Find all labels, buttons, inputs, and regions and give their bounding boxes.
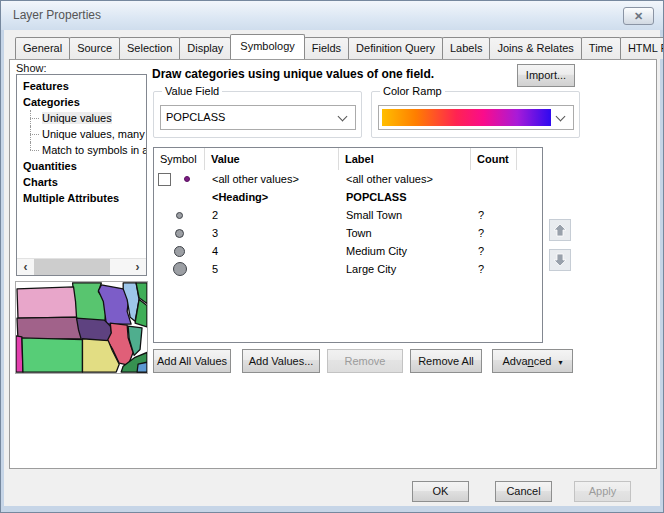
- row-count: ?: [471, 263, 517, 275]
- table-header-row: Symbol Value Label Count: [154, 148, 542, 170]
- row-label[interactable]: Large City: [339, 263, 471, 275]
- chevron-down-icon: [556, 112, 566, 122]
- row-value: <all other values>: [205, 173, 339, 185]
- show-tree: Features Categories Unique values Unique…: [17, 75, 146, 206]
- tree-item-unique-values-many[interactable]: Unique values, many: [17, 126, 146, 142]
- move-down-button[interactable]: [549, 249, 571, 271]
- import-button[interactable]: Import...: [517, 64, 575, 87]
- apply-button: Apply: [574, 481, 631, 502]
- layer-properties-dialog: Layer Properties ✕ General Source Select…: [0, 0, 664, 513]
- add-all-values-button[interactable]: Add All Values: [153, 349, 231, 373]
- graduated-point-symbol[interactable]: [174, 246, 185, 257]
- graduated-point-symbol[interactable]: [176, 212, 183, 219]
- table-row[interactable]: 3 Town ?: [154, 224, 542, 242]
- row-label[interactable]: Small Town: [339, 209, 471, 221]
- dialog-title: Layer Properties: [13, 1, 101, 30]
- scroll-left-icon[interactable]: ‹: [17, 259, 34, 276]
- color-ramp-group: Color Ramp: [371, 91, 580, 138]
- show-label: Show:: [16, 62, 47, 74]
- row-label[interactable]: Medium City: [339, 245, 471, 257]
- dropdown-caret-icon: ▾: [558, 358, 562, 367]
- row-value: 5: [205, 263, 339, 275]
- value-field-selected-value: POPCLASS: [161, 106, 355, 129]
- method-description: Draw categories using unique values of o…: [152, 67, 434, 81]
- tree-item-features[interactable]: Features: [17, 78, 146, 94]
- header-count[interactable]: Count: [471, 148, 517, 170]
- row-label[interactable]: POPCLASS: [339, 191, 471, 203]
- tree-item-match-symbols[interactable]: Match to symbols in a: [17, 142, 146, 158]
- color-ramp-gradient-swatch: [382, 109, 551, 126]
- tab-time[interactable]: Time: [581, 37, 621, 59]
- tab-definition-query[interactable]: Definition Query: [348, 37, 443, 59]
- tab-symbology[interactable]: Symbology: [230, 34, 304, 59]
- tab-source[interactable]: Source: [69, 37, 120, 59]
- graduated-point-symbol[interactable]: [173, 262, 187, 276]
- value-field-group-label: Value Field: [162, 85, 222, 97]
- move-up-button[interactable]: [549, 219, 571, 241]
- row-count: ?: [471, 245, 517, 257]
- tab-labels[interactable]: Labels: [442, 37, 490, 59]
- title-bar[interactable]: Layer Properties ✕: [1, 1, 663, 30]
- scrollbar-thumb[interactable]: [34, 259, 110, 276]
- tree-item-unique-values[interactable]: Unique values: [17, 110, 146, 126]
- row-count: ?: [471, 209, 517, 221]
- map-preview: [15, 281, 148, 374]
- tree-item-multiple-attributes[interactable]: Multiple Attributes: [17, 190, 146, 206]
- color-ramp-group-label: Color Ramp: [380, 85, 445, 97]
- color-ramp-dropdown[interactable]: [378, 105, 574, 130]
- map-preview-svg: [16, 282, 147, 373]
- add-values-button[interactable]: Add Values...: [242, 349, 320, 373]
- remove-all-button[interactable]: Remove All: [410, 349, 482, 373]
- arrow-down-icon: [553, 253, 567, 267]
- tree-item-quantities[interactable]: Quantities: [17, 158, 146, 174]
- tab-joins-relates[interactable]: Joins & Relates: [489, 37, 581, 59]
- scroll-right-icon[interactable]: ›: [129, 259, 146, 276]
- row-label[interactable]: <all other values>: [339, 173, 471, 185]
- arrow-up-icon: [553, 223, 567, 237]
- all-other-values-checkbox[interactable]: [158, 173, 171, 186]
- table-row[interactable]: 5 Large City ?: [154, 260, 542, 278]
- value-field-dropdown[interactable]: POPCLASS: [160, 105, 356, 130]
- tab-fields[interactable]: Fields: [304, 37, 349, 59]
- header-value[interactable]: Value: [205, 148, 339, 170]
- table-row[interactable]: <all other values> <all other values>: [154, 170, 542, 188]
- row-value: 4: [205, 245, 339, 257]
- tab-general[interactable]: General: [15, 37, 70, 59]
- cancel-button[interactable]: Cancel: [495, 481, 552, 502]
- table-row[interactable]: 2 Small Town ?: [154, 206, 542, 224]
- close-icon[interactable]: ✕: [623, 7, 654, 25]
- tab-strip: General Source Selection Display Symbolo…: [15, 37, 664, 59]
- table-row[interactable]: <Heading> POPCLASS: [154, 188, 542, 206]
- header-label[interactable]: Label: [339, 148, 471, 170]
- row-count: ?: [471, 227, 517, 239]
- tab-display[interactable]: Display: [179, 37, 231, 59]
- ok-button[interactable]: OK: [412, 481, 469, 502]
- tree-horizontal-scrollbar[interactable]: ‹ ›: [17, 258, 146, 275]
- row-value: <Heading>: [205, 191, 339, 203]
- graduated-point-symbol[interactable]: [175, 229, 184, 238]
- tab-html-popup[interactable]: HTML Popup: [620, 37, 664, 59]
- advanced-button[interactable]: Advanced▾: [492, 349, 573, 373]
- remove-button: Remove: [327, 349, 403, 373]
- dialog-body: General Source Selection Display Symbolo…: [4, 30, 660, 506]
- row-value: 3: [205, 227, 339, 239]
- purple-point-symbol[interactable]: [184, 176, 190, 182]
- table-row[interactable]: 4 Medium City ?: [154, 242, 542, 260]
- row-label[interactable]: Town: [339, 227, 471, 239]
- show-tree-listbox: Features Categories Unique values Unique…: [16, 74, 147, 276]
- symbology-tab-page: Show: Features Categories Unique values …: [9, 59, 657, 469]
- symbol-value-table: Symbol Value Label Count <all other valu…: [153, 147, 543, 343]
- tree-item-charts[interactable]: Charts: [17, 174, 146, 190]
- header-symbol[interactable]: Symbol: [154, 148, 205, 170]
- tab-selection[interactable]: Selection: [119, 37, 180, 59]
- row-value: 2: [205, 209, 339, 221]
- value-field-group: Value Field POPCLASS: [153, 91, 362, 138]
- tree-item-categories[interactable]: Categories: [17, 94, 146, 110]
